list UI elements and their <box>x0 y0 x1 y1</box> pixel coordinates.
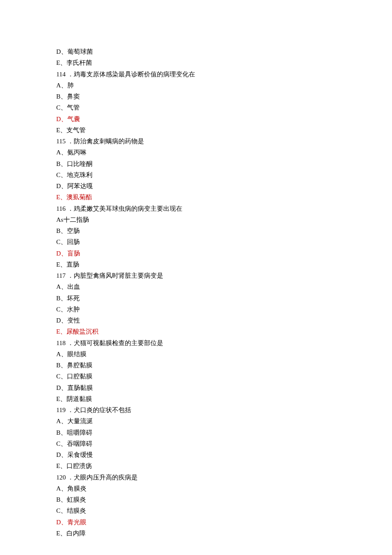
text-line: A、氨丙啉 <box>56 147 320 158</box>
text-line: D、气囊 <box>56 113 320 125</box>
text-line: D、采食缓慢 <box>56 449 320 460</box>
text-line: As十二指肠 <box>56 214 320 225</box>
text-line: D、葡萄球菌 <box>56 46 320 57</box>
text-line: B、空肠 <box>56 225 320 236</box>
text-line: C、结膜炎 <box>56 505 320 516</box>
text-line: B、虹膜炎 <box>56 494 320 505</box>
text-line: C、地克珠利 <box>56 169 320 180</box>
document-page: D、葡萄球菌E、李氏杆菌114 ．鸡毒支原体感染最具诊断价值的病理变化在A、肺B… <box>0 0 320 555</box>
text-line: E、尿酸盐沉积 <box>56 326 320 337</box>
text-line: A、出血 <box>56 281 320 292</box>
text-line: 116 ．鸡柔嫩艾美耳球虫病的病变主要出现在 <box>56 203 320 214</box>
text-line: E、支气管 <box>56 125 320 136</box>
text-line: D、盲肠 <box>56 248 320 259</box>
text-line: E、白内障 <box>56 528 320 539</box>
text-line: E、口腔溃疡 <box>56 460 320 471</box>
text-line: E、直肠 <box>56 259 320 270</box>
text-line: A、大量流涎 <box>56 416 320 427</box>
text-line: C、口腔黏膜 <box>56 371 320 382</box>
text-line: A、角膜炎 <box>56 483 320 494</box>
text-line: B、鼻腔黏膜 <box>56 360 320 371</box>
text-line: C、吞咽障碍 <box>56 438 320 449</box>
text-line: A、肺 <box>56 80 320 91</box>
text-line: D、变性 <box>56 315 320 326</box>
text-line: A、眼结膜 <box>56 349 320 360</box>
text-line: 114 ．鸡毒支原体感染最具诊断价值的病理变化在 <box>56 69 320 80</box>
text-line: D、直肠黏膜 <box>56 382 320 393</box>
text-line: E、李氏杆菌 <box>56 57 320 68</box>
text-line: 117 ．内脏型禽痛风时肾脏主要病变是 <box>56 270 320 281</box>
text-line: B、鼻窦 <box>56 91 320 102</box>
text-line: 115 ．防治禽皮刺螨病的药物是 <box>56 136 320 147</box>
text-line: C、回肠 <box>56 236 320 247</box>
text-line: D、青光眼 <box>56 517 320 528</box>
text-line: 120 ．犬眼内压升高的疾病是 <box>56 472 320 483</box>
text-line: D、阿苯达嘎 <box>56 180 320 192</box>
text-line: 119 ．犬口炎的症状不包括 <box>56 404 320 416</box>
text-line: E、澳虱菊酯 <box>56 192 320 203</box>
text-line: B、坏死 <box>56 293 320 304</box>
text-line: B、咀嚼障碍 <box>56 427 320 438</box>
text-line: C、水肿 <box>56 304 320 315</box>
text-line: 118 ．犬猫可视黏膜检查的主要部位是 <box>56 337 320 349</box>
text-line: E、阴道黏膜 <box>56 393 320 404</box>
text-line: B、口比喹酮 <box>56 158 320 169</box>
text-line: C、气管 <box>56 102 320 113</box>
